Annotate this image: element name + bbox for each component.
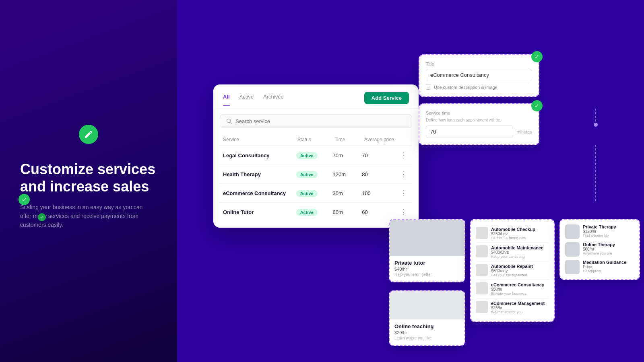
grid-price: $120/hr [583, 229, 634, 234]
tab-active[interactable]: Active [239, 94, 254, 106]
time-unit: minutes [516, 130, 532, 134]
grid-desc: Description [583, 269, 634, 273]
tutor-card-image [390, 220, 464, 256]
search-icon [226, 118, 232, 124]
table-header: Service Status Time Average price [220, 134, 412, 146]
grid-thumbnail [565, 224, 580, 239]
service-list-price: $600/day [491, 269, 549, 273]
col-status: Status [297, 137, 334, 142]
title-input[interactable] [426, 69, 532, 81]
status-badge: Active [296, 171, 318, 178]
search-input[interactable] [235, 118, 406, 124]
more-options-button[interactable]: ⋮ [398, 208, 409, 216]
grid-info: Meditation Guidance Price Description [583, 260, 634, 273]
table-row: Online Tutor Active 60m 60 ⋮ [220, 202, 412, 221]
list-item: eCommerce Management $25/hr We manage fo… [476, 298, 549, 317]
svg-point-3 [594, 123, 598, 127]
tab-all[interactable]: All [223, 94, 230, 106]
grid-price: Price [583, 265, 634, 269]
status-badge: Active [296, 209, 318, 216]
service-list-name: eCommerce Consultancy [491, 282, 549, 287]
online-teaching-body: Online teaching $20/hr Learn where you l… [390, 319, 464, 340]
table-row: Legal Consultancy Active 70m 70 ⋮ [220, 146, 412, 165]
list-item: Automobile Repaint $600/day Get your car… [476, 261, 549, 280]
svg-line-6 [230, 122, 232, 124]
grid-item: Online Therapy $60/hr Anywhere you are [565, 242, 634, 257]
bottom-cards-area: Private tutor $40/hr Help you learn bett… [389, 219, 640, 346]
checkbox-row: Use custom description & image [426, 84, 532, 90]
service-thumbnail [476, 264, 488, 276]
left-big-cards: Private tutor $40/hr Help you learn bett… [389, 219, 465, 346]
price-value: 100 [362, 190, 398, 196]
table-row: eCommerce Consultancy Active 30m 100 ⋮ [220, 183, 412, 202]
grid-item: Private Therapy $120/hr Find a better li… [565, 224, 634, 239]
more-options-button[interactable]: ⋮ [398, 189, 409, 197]
service-list-name: Automobile Checkup [491, 227, 549, 232]
check-icon-tiny [38, 213, 46, 221]
service-info: Automobile Maintenance $400/5hrs Keep yo… [491, 245, 549, 259]
online-teaching-card: Online teaching $20/hr Learn where you l… [389, 290, 465, 346]
list-item: Automobile Checkup $250/hrs Be fresh & b… [476, 224, 549, 243]
service-info: Automobile Repaint $600/day Get your car… [491, 264, 549, 277]
search-bar[interactable] [220, 114, 412, 128]
service-list-desc: Keep your car strong [491, 255, 549, 259]
tutor-card-body: Private tutor $40/hr Help you learn bett… [390, 256, 464, 277]
more-options-button[interactable]: ⋮ [398, 170, 409, 179]
online-teaching-price: $20/hr [394, 330, 460, 335]
grid-name: Private Therapy [583, 224, 634, 229]
tab-archived[interactable]: Archived [263, 94, 284, 106]
online-teaching-desc: Learn where you like [394, 336, 460, 340]
service-name: Online Tutor [223, 209, 296, 215]
time-value: 60m [332, 209, 362, 215]
service-list-price: $400/5hrs [491, 250, 549, 255]
service-thumbnail [476, 282, 488, 294]
col-actions [402, 137, 409, 142]
check-badge-1: ✓ [531, 51, 543, 62]
list-item: Automobile Maintenance $400/5hrs Keep yo… [476, 243, 549, 261]
service-list-price: $25/hr [491, 306, 549, 310]
service-grid-right: Private Therapy $120/hr Find a better li… [559, 219, 640, 280]
tab-bar: All Active Archived [223, 94, 284, 106]
form-card-time: Service time Define how long each appoin… [419, 103, 539, 145]
time-input[interactable] [426, 125, 513, 138]
time-label: Service time [426, 111, 532, 115]
grid-info: Private Therapy $120/hr Find a better li… [583, 224, 634, 238]
checkbox-label: Use custom description & image [434, 85, 497, 90]
status-badge: Active [296, 190, 318, 197]
service-info: eCommerce Management $25/hr We manage fo… [491, 301, 549, 314]
card-header: All Active Archived Add Service [213, 84, 419, 109]
tutor-card: Private tutor $40/hr Help you learn bett… [389, 219, 465, 282]
time-value: 120m [332, 171, 362, 177]
left-heading: Customize services and increase sales [20, 160, 157, 195]
grid-thumbnail [565, 242, 580, 257]
service-info: eCommerce Consultancy $50/hr Elevate you… [491, 282, 549, 296]
service-list-card: Automobile Checkup $250/hrs Be fresh & b… [470, 219, 555, 322]
service-list-desc: Be fresh & brand new [491, 236, 549, 240]
add-service-button[interactable]: Add Service [364, 92, 409, 104]
tutor-desc: Help you learn better [394, 272, 460, 277]
service-list-desc: Elevate your business [491, 292, 549, 296]
grid-desc: Anywhere you are [583, 251, 634, 255]
status-badge: Active [296, 152, 318, 159]
price-value: 80 [362, 171, 398, 177]
service-list-desc: We manage for you [491, 310, 549, 314]
grid-name: Online Therapy [583, 242, 634, 247]
col-time: Time [334, 137, 364, 142]
checkbox-custom-desc[interactable] [426, 84, 431, 90]
service-thumbnail [476, 301, 488, 313]
service-name: eCommerce Consultancy [223, 190, 296, 196]
service-list-price: $250/hrs [491, 232, 549, 236]
time-value: 70m [332, 152, 362, 158]
grid-thumbnail [565, 260, 580, 274]
more-options-button[interactable]: ⋮ [398, 151, 409, 160]
grid-name: Meditation Guidance [583, 260, 634, 265]
service-name: Health Therapy [223, 171, 296, 177]
service-name: Legal Consultancy [223, 152, 296, 158]
tutor-name: Private tutor [394, 260, 460, 266]
grid-info: Online Therapy $60/hr Anywhere you are [583, 242, 634, 255]
online-teaching-name: Online teaching [394, 323, 460, 329]
service-list-name: Automobile Maintenance [491, 245, 549, 250]
table-row: Health Therapy Active 120m 80 ⋮ [220, 165, 412, 183]
time-input-row: minutes [426, 125, 532, 138]
col-price: Average price [364, 137, 401, 142]
